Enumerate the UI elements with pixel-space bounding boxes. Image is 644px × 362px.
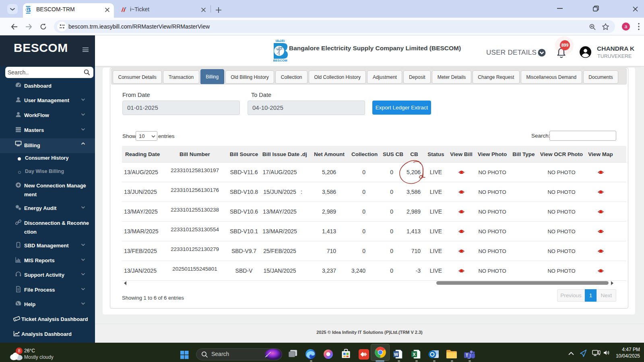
- svg-text:W: W: [394, 352, 398, 357]
- svg-text:T: T: [466, 353, 468, 358]
- svg-text:X: X: [413, 352, 416, 357]
- svg-text:ಚಾವಿಕಂ: ಚಾವಿಕಂ: [275, 39, 285, 43]
- svg-text:BESCOM: BESCOM: [273, 59, 287, 62]
